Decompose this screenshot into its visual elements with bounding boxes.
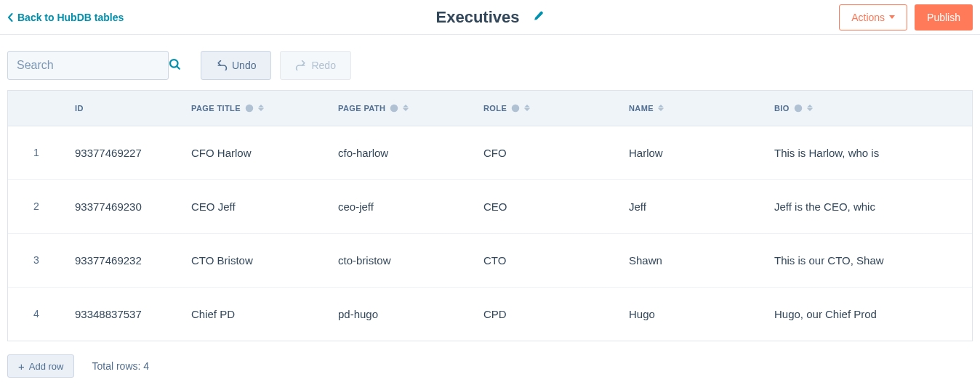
table-wrap: ID PAGE TITLE PAGE PATH (7, 90, 973, 341)
svg-point-3 (512, 105, 520, 113)
col-header-id[interactable]: ID (65, 91, 181, 126)
cell-id[interactable]: 93377469227 (65, 126, 181, 179)
cell-rownum: 4 (8, 287, 65, 341)
undo-redo-group: Undo Redo (201, 51, 351, 80)
plus-icon: + (18, 361, 25, 372)
redo-icon (295, 60, 307, 70)
col-header-bio-label: BIO (774, 104, 790, 113)
actions-label: Actions (851, 12, 885, 23)
topbar: Back to HubDB tables Executives Actions … (0, 0, 980, 35)
col-header-page-title[interactable]: PAGE TITLE (181, 91, 328, 126)
cell-page-title[interactable]: Chief PD (181, 287, 328, 341)
cell-bio[interactable]: This is Harlow, who is (764, 126, 972, 179)
cell-id[interactable]: 93348837537 (65, 287, 181, 341)
table-row[interactable]: 493348837537Chief PDpd-hugoCPDHugoHugo, … (8, 287, 972, 341)
cell-bio[interactable]: Jeff is the CEO, whic (764, 179, 972, 233)
sort-icon (258, 105, 264, 111)
table-row[interactable]: 193377469227CFO Harlowcfo-harlowCFOHarlo… (8, 126, 972, 179)
undo-button[interactable]: Undo (201, 51, 271, 80)
pencil-icon[interactable] (532, 10, 544, 25)
total-rows-label: Total rows: 4 (92, 360, 149, 372)
redo-button[interactable]: Redo (280, 51, 350, 80)
cell-name[interactable]: Jeff (619, 179, 764, 233)
sort-icon (807, 105, 813, 111)
chevron-left-icon (7, 13, 13, 22)
col-header-page-path[interactable]: PAGE PATH (328, 91, 473, 126)
sort-icon (403, 105, 409, 111)
col-header-name-label: NAME (629, 104, 654, 113)
cell-bio[interactable]: This is our CTO, Shaw (764, 233, 972, 287)
col-header-role[interactable]: ROLE (473, 91, 619, 126)
caret-down-icon (889, 15, 895, 19)
cell-page-path[interactable]: cfo-harlow (328, 126, 473, 179)
cell-rownum: 1 (8, 126, 65, 179)
add-row-button[interactable]: + Add row (7, 354, 74, 378)
sort-icon (658, 105, 664, 111)
info-icon (794, 104, 803, 113)
publish-label: Publish (927, 12, 960, 23)
cell-page-title[interactable]: CTO Bristow (181, 233, 328, 287)
col-header-bio[interactable]: BIO (764, 91, 972, 126)
sort-icon (524, 105, 530, 111)
col-header-role-label: ROLE (483, 104, 507, 113)
cell-role[interactable]: CPD (473, 287, 619, 341)
table-header-row: ID PAGE TITLE PAGE PATH (8, 91, 972, 126)
cell-role[interactable]: CEO (473, 179, 619, 233)
search-icon (168, 57, 181, 73)
cell-page-path[interactable]: pd-hugo (328, 287, 473, 341)
title-wrap: Executives (436, 8, 545, 27)
add-row-label: Add row (29, 361, 64, 372)
cell-name[interactable]: Harlow (619, 126, 764, 179)
svg-point-2 (390, 105, 398, 113)
col-header-id-label: ID (75, 104, 84, 113)
info-icon (245, 104, 254, 113)
col-header-rownum (8, 91, 65, 126)
table-footer: + Add row Total rows: 4 (0, 341, 980, 390)
cell-page-title[interactable]: CFO Harlow (181, 126, 328, 179)
back-link[interactable]: Back to HubDB tables (7, 12, 124, 23)
cell-role[interactable]: CTO (473, 233, 619, 287)
cell-rownum: 2 (8, 179, 65, 233)
col-header-page-path-label: PAGE PATH (338, 104, 385, 113)
page-title: Executives (436, 8, 520, 27)
table-row[interactable]: 293377469230CEO Jeffceo-jeffCEOJeffJeff … (8, 179, 972, 233)
cell-page-title[interactable]: CEO Jeff (181, 179, 328, 233)
actions-button[interactable]: Actions (839, 4, 907, 31)
cell-page-path[interactable]: cto-bristow (328, 233, 473, 287)
redo-label: Redo (311, 60, 335, 71)
top-actions: Actions Publish (839, 4, 973, 31)
search-box[interactable] (7, 51, 169, 80)
undo-label: Undo (232, 60, 256, 71)
cell-id[interactable]: 93377469232 (65, 233, 181, 287)
toolbar: Undo Redo (0, 35, 980, 90)
svg-point-1 (246, 105, 254, 113)
svg-point-4 (795, 105, 803, 113)
cell-name[interactable]: Shawn (619, 233, 764, 287)
publish-button[interactable]: Publish (915, 4, 973, 31)
col-header-name[interactable]: NAME (619, 91, 764, 126)
undo-icon (216, 60, 228, 70)
cell-role[interactable]: CFO (473, 126, 619, 179)
cell-id[interactable]: 93377469230 (65, 179, 181, 233)
data-table: ID PAGE TITLE PAGE PATH (8, 91, 972, 341)
search-input[interactable] (17, 59, 162, 72)
cell-name[interactable]: Hugo (619, 287, 764, 341)
info-icon (390, 104, 398, 113)
col-header-page-title-label: PAGE TITLE (191, 104, 241, 113)
cell-bio[interactable]: Hugo, our Chief Prod (764, 287, 972, 341)
cell-page-path[interactable]: ceo-jeff (328, 179, 473, 233)
table-row[interactable]: 393377469232CTO Bristowcto-bristowCTOSha… (8, 233, 972, 287)
back-link-label: Back to HubDB tables (17, 12, 124, 23)
info-icon (511, 104, 520, 113)
cell-rownum: 3 (8, 233, 65, 287)
